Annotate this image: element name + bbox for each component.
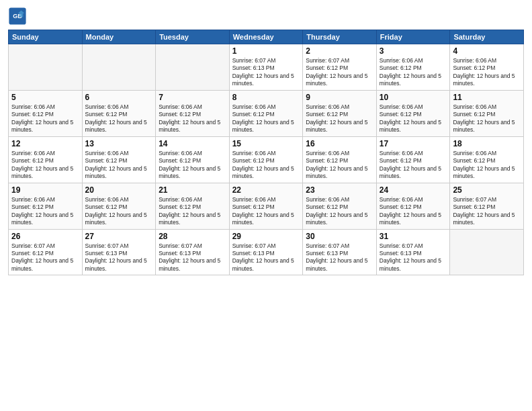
calendar-cell: 19Sunrise: 6:06 AM Sunset: 6:12 PM Dayli… [9, 183, 83, 229]
day-number: 30 [306, 232, 373, 241]
calendar-cell: 10Sunrise: 6:06 AM Sunset: 6:12 PM Dayli… [376, 90, 450, 136]
day-info: Sunrise: 6:06 AM Sunset: 6:12 PM Dayligh… [159, 196, 226, 227]
calendar-header-monday: Monday [82, 30, 156, 44]
day-info: Sunrise: 6:06 AM Sunset: 6:12 PM Dayligh… [232, 196, 300, 227]
day-info: Sunrise: 6:07 AM Sunset: 6:13 PM Dayligh… [306, 242, 373, 273]
calendar-week-2: 5Sunrise: 6:06 AM Sunset: 6:12 PM Daylig… [9, 90, 524, 136]
day-info: Sunrise: 6:06 AM Sunset: 6:12 PM Dayligh… [11, 103, 79, 134]
day-number: 10 [380, 93, 447, 102]
calendar-week-4: 19Sunrise: 6:06 AM Sunset: 6:12 PM Dayli… [9, 183, 524, 229]
day-info: Sunrise: 6:07 AM Sunset: 6:13 PM Dayligh… [380, 242, 447, 273]
calendar-cell: 20Sunrise: 6:06 AM Sunset: 6:12 PM Dayli… [82, 183, 156, 229]
calendar-week-3: 12Sunrise: 6:06 AM Sunset: 6:12 PM Dayli… [9, 136, 524, 183]
day-number: 15 [232, 139, 300, 148]
day-number: 21 [159, 185, 226, 195]
day-number: 9 [306, 93, 373, 102]
calendar-cell: 21Sunrise: 6:06 AM Sunset: 6:12 PM Dayli… [156, 183, 230, 229]
calendar-cell: 3Sunrise: 6:06 AM Sunset: 6:12 PM Daylig… [376, 44, 450, 91]
calendar-cell: 7Sunrise: 6:06 AM Sunset: 6:12 PM Daylig… [156, 90, 230, 136]
day-number: 31 [380, 232, 447, 241]
day-number: 26 [11, 232, 79, 241]
day-info: Sunrise: 6:06 AM Sunset: 6:12 PM Dayligh… [85, 150, 153, 181]
calendar: SundayMondayTuesdayWednesdayThursdayFrid… [8, 30, 524, 275]
day-number: 13 [85, 139, 153, 148]
calendar-cell: 11Sunrise: 6:06 AM Sunset: 6:12 PM Dayli… [450, 90, 524, 136]
calendar-cell: 28Sunrise: 6:07 AM Sunset: 6:13 PM Dayli… [156, 229, 230, 275]
calendar-header-row: SundayMondayTuesdayWednesdayThursdayFrid… [9, 30, 524, 44]
day-info: Sunrise: 6:06 AM Sunset: 6:12 PM Dayligh… [11, 150, 79, 181]
calendar-header-wednesday: Wednesday [229, 30, 303, 44]
day-info: Sunrise: 6:06 AM Sunset: 6:12 PM Dayligh… [380, 103, 447, 134]
calendar-cell: 15Sunrise: 6:06 AM Sunset: 6:12 PM Dayli… [229, 136, 303, 183]
day-info: Sunrise: 6:06 AM Sunset: 6:12 PM Dayligh… [11, 196, 79, 227]
day-info: Sunrise: 6:07 AM Sunset: 6:12 PM Dayligh… [306, 57, 373, 88]
page: GB SundayMondayTuesdayWednesdayThursdayF… [0, 0, 532, 411]
logo-icon: GB [8, 7, 27, 26]
day-info: Sunrise: 6:06 AM Sunset: 6:12 PM Dayligh… [85, 196, 153, 227]
calendar-cell: 4Sunrise: 6:06 AM Sunset: 6:12 PM Daylig… [450, 44, 524, 91]
day-info: Sunrise: 6:07 AM Sunset: 6:13 PM Dayligh… [232, 242, 300, 273]
calendar-cell: 25Sunrise: 6:07 AM Sunset: 6:12 PM Dayli… [450, 183, 524, 229]
calendar-cell: 27Sunrise: 6:07 AM Sunset: 6:13 PM Dayli… [82, 229, 156, 275]
calendar-cell: 31Sunrise: 6:07 AM Sunset: 6:13 PM Dayli… [376, 229, 450, 275]
day-number: 7 [159, 93, 226, 102]
day-info: Sunrise: 6:06 AM Sunset: 6:12 PM Dayligh… [453, 103, 521, 134]
calendar-header-saturday: Saturday [450, 30, 524, 44]
calendar-cell: 23Sunrise: 6:06 AM Sunset: 6:12 PM Dayli… [303, 183, 377, 229]
day-info: Sunrise: 6:06 AM Sunset: 6:12 PM Dayligh… [306, 150, 373, 181]
calendar-cell: 5Sunrise: 6:06 AM Sunset: 6:12 PM Daylig… [9, 90, 83, 136]
day-number: 4 [453, 46, 521, 56]
calendar-cell: 17Sunrise: 6:06 AM Sunset: 6:12 PM Dayli… [376, 136, 450, 183]
header: GB [8, 7, 524, 26]
day-number: 12 [11, 139, 79, 148]
day-number: 8 [232, 93, 300, 102]
day-info: Sunrise: 6:06 AM Sunset: 6:12 PM Dayligh… [85, 103, 153, 134]
day-number: 25 [453, 185, 521, 195]
calendar-cell: 14Sunrise: 6:06 AM Sunset: 6:12 PM Dayli… [156, 136, 230, 183]
day-number: 16 [306, 139, 373, 148]
day-info: Sunrise: 6:06 AM Sunset: 6:12 PM Dayligh… [453, 57, 521, 88]
day-number: 29 [232, 232, 300, 241]
calendar-cell: 12Sunrise: 6:06 AM Sunset: 6:12 PM Dayli… [9, 136, 83, 183]
day-number: 27 [85, 232, 153, 241]
calendar-header-friday: Friday [376, 30, 450, 44]
day-info: Sunrise: 6:06 AM Sunset: 6:12 PM Dayligh… [159, 150, 226, 181]
calendar-week-1: 1Sunrise: 6:07 AM Sunset: 6:13 PM Daylig… [9, 44, 524, 91]
calendar-header-thursday: Thursday [303, 30, 377, 44]
calendar-header-tuesday: Tuesday [156, 30, 230, 44]
day-number: 23 [306, 185, 373, 195]
day-number: 20 [85, 185, 153, 195]
day-info: Sunrise: 6:07 AM Sunset: 6:13 PM Dayligh… [85, 242, 153, 273]
day-info: Sunrise: 6:06 AM Sunset: 6:12 PM Dayligh… [453, 150, 521, 181]
day-info: Sunrise: 6:07 AM Sunset: 6:12 PM Dayligh… [11, 242, 79, 273]
calendar-cell: 13Sunrise: 6:06 AM Sunset: 6:12 PM Dayli… [82, 136, 156, 183]
calendar-cell: 1Sunrise: 6:07 AM Sunset: 6:13 PM Daylig… [229, 44, 303, 91]
day-info: Sunrise: 6:06 AM Sunset: 6:12 PM Dayligh… [159, 103, 226, 134]
day-info: Sunrise: 6:06 AM Sunset: 6:12 PM Dayligh… [380, 150, 447, 181]
calendar-cell [9, 44, 83, 91]
day-number: 18 [453, 139, 521, 148]
day-number: 5 [11, 93, 79, 102]
day-number: 3 [380, 46, 447, 56]
day-number: 24 [380, 185, 447, 195]
day-info: Sunrise: 6:06 AM Sunset: 6:12 PM Dayligh… [232, 103, 300, 134]
day-number: 6 [85, 93, 153, 102]
day-number: 22 [232, 185, 300, 195]
calendar-cell: 22Sunrise: 6:06 AM Sunset: 6:12 PM Dayli… [229, 183, 303, 229]
calendar-cell: 9Sunrise: 6:06 AM Sunset: 6:12 PM Daylig… [303, 90, 377, 136]
calendar-cell: 16Sunrise: 6:06 AM Sunset: 6:12 PM Dayli… [303, 136, 377, 183]
logo: GB [8, 7, 30, 26]
day-number: 1 [232, 46, 300, 56]
calendar-week-5: 26Sunrise: 6:07 AM Sunset: 6:12 PM Dayli… [9, 229, 524, 275]
calendar-header-sunday: Sunday [9, 30, 83, 44]
day-info: Sunrise: 6:07 AM Sunset: 6:13 PM Dayligh… [232, 57, 300, 88]
day-info: Sunrise: 6:07 AM Sunset: 6:13 PM Dayligh… [159, 242, 226, 273]
day-info: Sunrise: 6:06 AM Sunset: 6:12 PM Dayligh… [380, 196, 447, 227]
day-info: Sunrise: 6:06 AM Sunset: 6:12 PM Dayligh… [306, 196, 373, 227]
day-info: Sunrise: 6:06 AM Sunset: 6:12 PM Dayligh… [306, 103, 373, 134]
day-number: 11 [453, 93, 521, 102]
calendar-cell: 6Sunrise: 6:06 AM Sunset: 6:12 PM Daylig… [82, 90, 156, 136]
calendar-cell [156, 44, 230, 91]
day-number: 14 [159, 139, 226, 148]
calendar-cell: 2Sunrise: 6:07 AM Sunset: 6:12 PM Daylig… [303, 44, 377, 91]
